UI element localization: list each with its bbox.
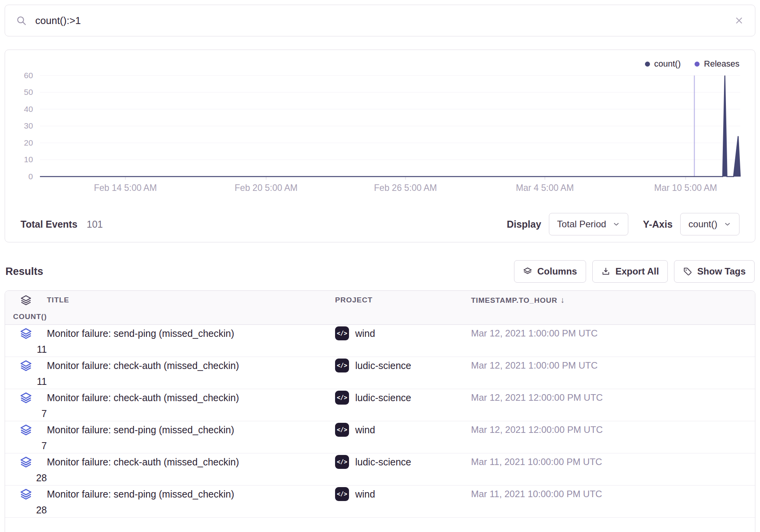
layers-icon (523, 267, 532, 276)
table-row[interactable]: Monitor failure: send-ping (missed_check… (5, 486, 755, 518)
search-icon (16, 15, 27, 26)
total-events-value: 101 (87, 219, 103, 230)
project-cell: </> ludic-science (335, 455, 471, 469)
column-header-timestamp[interactable]: TIMESTAMP.TO_HOUR↓ (471, 295, 740, 305)
count-series-dot (645, 62, 650, 67)
project-cell: </> ludic-science (335, 359, 471, 372)
project-name: wind (355, 489, 375, 500)
table-row[interactable]: Monitor failure: check-auth (missed_chec… (5, 453, 755, 486)
table-row[interactable]: Monitor failure: check-auth (missed_chec… (5, 389, 755, 421)
svg-text:0: 0 (28, 172, 33, 181)
event-title[interactable]: Monitor failure: send-ping (missed_check… (47, 489, 335, 500)
event-timestamp: Mar 12, 2021 12:00:00 PM UTC (471, 392, 740, 403)
project-name: ludic-science (355, 456, 411, 468)
svg-text:30: 30 (24, 122, 33, 130)
svg-text:Feb 14 5:00 AM: Feb 14 5:00 AM (94, 183, 156, 193)
stacked-events-icon[interactable] (20, 359, 32, 372)
legend-label-releases: Releases (704, 59, 739, 69)
stacked-events-icon[interactable] (20, 488, 32, 500)
event-count: 11 (5, 376, 47, 387)
chart-legend: count() Releases (5, 50, 755, 71)
event-timestamp: Mar 12, 2021 12:00:00 PM UTC (471, 424, 740, 435)
export-all-button[interactable]: Export All (592, 260, 668, 283)
svg-text:40: 40 (24, 105, 33, 113)
event-count: 7 (5, 440, 47, 451)
column-header-title[interactable]: TITLE (47, 296, 335, 304)
display-select[interactable]: Total Period (549, 213, 628, 235)
svg-text:10: 10 (24, 155, 33, 164)
event-count: 28 (5, 505, 47, 516)
chevron-down-icon (612, 220, 620, 228)
download-icon (601, 267, 610, 276)
code-platform-icon: </> (335, 487, 349, 501)
events-chart: 0102030405060Feb 14 5:00 AMFeb 20 5:00 A… (5, 71, 755, 206)
columns-button-label: Columns (537, 266, 577, 277)
project-cell: </> wind (335, 487, 471, 501)
events-chart-panel: count() Releases 0102030405060Feb 14 5:0… (5, 50, 755, 242)
svg-text:Feb 20 5:00 AM: Feb 20 5:00 AM (235, 183, 297, 193)
chart-footer: Total Events 101 Display Total Period Y-… (5, 206, 755, 242)
results-title: Results (5, 266, 43, 278)
stacked-events-icon[interactable] (20, 424, 32, 436)
event-title[interactable]: Monitor failure: send-ping (missed_check… (47, 424, 335, 436)
show-tags-button[interactable]: Show Tags (674, 260, 755, 283)
stacked-events-icon[interactable] (20, 456, 32, 468)
legend-item-releases[interactable]: Releases (695, 59, 739, 69)
event-timestamp: Mar 12, 2021 1:00:00 PM UTC (471, 328, 740, 339)
event-title[interactable]: Monitor failure: check-auth (missed_chec… (47, 456, 335, 468)
legend-label-count: count() (654, 59, 681, 69)
event-timestamp: Mar 11, 2021 10:00:00 PM UTC (471, 456, 740, 467)
clear-search-icon[interactable] (734, 15, 744, 26)
table-row-partial (5, 518, 755, 532)
column-header-project[interactable]: PROJECT (335, 296, 471, 304)
svg-text:60: 60 (24, 71, 33, 80)
svg-text:Feb 26 5:00 AM: Feb 26 5:00 AM (374, 183, 437, 193)
search-input[interactable] (34, 14, 726, 27)
timestamp-column-label: TIMESTAMP.TO_HOUR (471, 296, 557, 304)
yaxis-label: Y-Axis (643, 219, 672, 230)
legend-item-count[interactable]: count() (645, 59, 681, 69)
code-platform-icon: </> (335, 423, 349, 437)
project-name: wind (355, 424, 375, 436)
stacked-events-icon[interactable] (20, 327, 32, 340)
event-count: 11 (5, 344, 47, 355)
project-cell: </> wind (335, 326, 471, 340)
table-header-row: TITLE PROJECT TIMESTAMP.TO_HOUR↓ COUNT() (5, 291, 755, 325)
event-timestamp: Mar 11, 2021 10:00:00 PM UTC (471, 489, 740, 499)
results-header: Results Columns Export All Show Tags (5, 260, 755, 283)
svg-text:Mar 10 5:00 AM: Mar 10 5:00 AM (654, 183, 717, 193)
event-title[interactable]: Monitor failure: check-auth (missed_chec… (47, 360, 335, 371)
svg-text:Mar 4 5:00 AM: Mar 4 5:00 AM (516, 183, 574, 193)
header-stack-cell (5, 294, 47, 306)
event-title[interactable]: Monitor failure: check-auth (missed_chec… (47, 392, 335, 403)
search-bar[interactable] (5, 5, 755, 36)
table-row[interactable]: Monitor failure: send-ping (missed_check… (5, 421, 755, 453)
yaxis-select[interactable]: count() (680, 213, 739, 235)
chevron-down-icon (724, 220, 731, 228)
project-name: ludic-science (355, 360, 411, 371)
sort-desc-icon: ↓ (561, 295, 565, 304)
event-title[interactable]: Monitor failure: send-ping (missed_check… (47, 328, 335, 339)
stacked-events-icon[interactable] (20, 391, 32, 404)
releases-series-dot (695, 62, 700, 67)
results-table-body: Monitor failure: send-ping (missed_check… (5, 325, 755, 518)
code-platform-icon: </> (335, 326, 349, 340)
table-row[interactable]: Monitor failure: send-ping (missed_check… (5, 325, 755, 357)
event-timestamp: Mar 12, 2021 1:00:00 PM UTC (471, 360, 740, 371)
project-cell: </> ludic-science (335, 391, 471, 405)
project-cell: </> wind (335, 423, 471, 437)
event-count: 7 (5, 408, 47, 419)
table-row[interactable]: Monitor failure: check-auth (missed_chec… (5, 357, 755, 389)
columns-button[interactable]: Columns (514, 260, 586, 283)
total-events-label: Total Events (21, 219, 77, 230)
stacked-events-icon (20, 294, 32, 306)
project-name: wind (355, 328, 375, 339)
export-all-button-label: Export All (616, 266, 659, 277)
code-platform-icon: </> (335, 455, 349, 469)
project-name: ludic-science (355, 392, 411, 403)
yaxis-select-value: count() (688, 219, 717, 230)
column-header-count[interactable]: COUNT() (5, 312, 47, 321)
code-platform-icon: </> (335, 391, 349, 405)
results-table: TITLE PROJECT TIMESTAMP.TO_HOUR↓ COUNT()… (5, 290, 755, 532)
svg-text:20: 20 (24, 138, 33, 147)
